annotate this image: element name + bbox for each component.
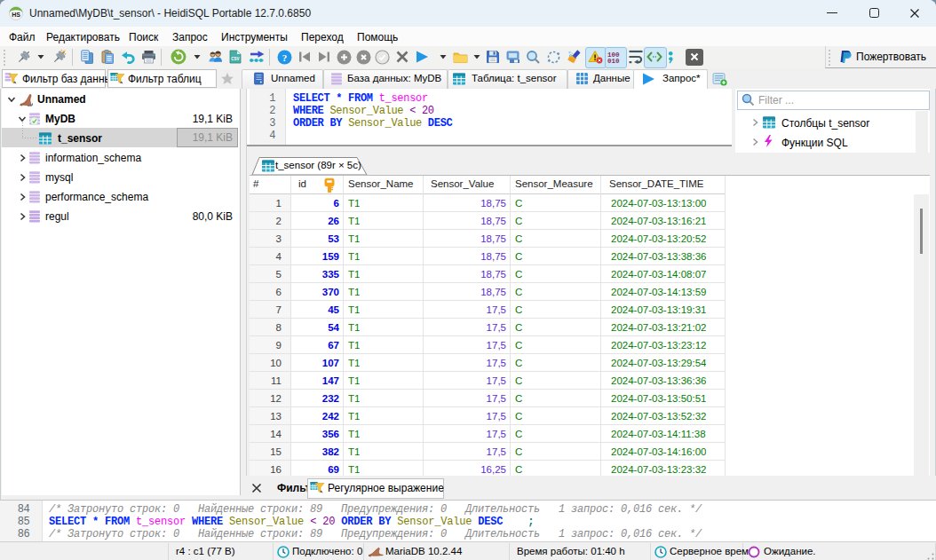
svg-text:CSV: CSV bbox=[231, 57, 239, 61]
svg-text:010: 010 bbox=[607, 58, 620, 64]
svg-text:?: ? bbox=[282, 52, 288, 63]
svg-text:HS: HS bbox=[12, 12, 20, 18]
